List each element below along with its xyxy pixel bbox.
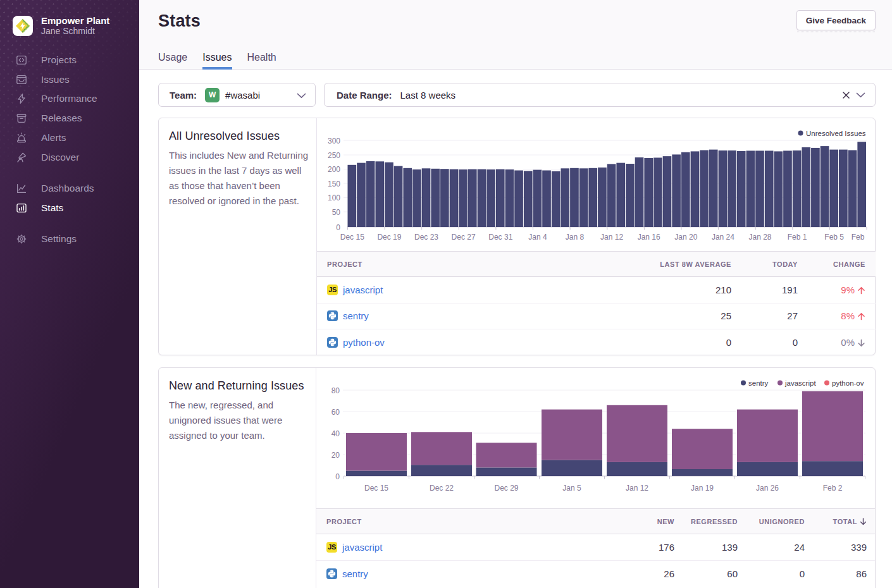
svg-text:Jan 20: Jan 20 — [674, 233, 697, 242]
svg-text:60: 60 — [331, 408, 340, 417]
svg-text:Dec 29: Dec 29 — [494, 484, 518, 493]
svg-text:Dec 31: Dec 31 — [488, 233, 512, 242]
svg-text:250: 250 — [328, 151, 340, 160]
svg-text:sentry: sentry — [748, 379, 769, 387]
svg-text:Feb 2: Feb 2 — [823, 484, 843, 493]
svg-text:150: 150 — [328, 180, 340, 188]
svg-text:python-ov: python-ov — [832, 379, 864, 387]
svg-text:Jan 4: Jan 4 — [528, 233, 547, 242]
svg-text:100: 100 — [328, 193, 340, 202]
svg-text:Jan 12: Jan 12 — [626, 484, 648, 493]
svg-text:Jan 24: Jan 24 — [712, 233, 734, 242]
svg-text:300: 300 — [328, 137, 340, 145]
svg-text:Jan 12: Jan 12 — [600, 233, 623, 242]
svg-text:0: 0 — [335, 472, 340, 481]
svg-text:Feb 5: Feb 5 — [824, 233, 844, 242]
svg-text:40: 40 — [331, 429, 340, 438]
svg-text:Dec 15: Dec 15 — [364, 484, 388, 493]
svg-text:0: 0 — [336, 223, 340, 232]
svg-text:Jan 5: Jan 5 — [562, 484, 581, 493]
svg-text:Dec 15: Dec 15 — [340, 233, 364, 242]
svg-text:Jan 28: Jan 28 — [748, 233, 771, 242]
svg-text:80: 80 — [331, 386, 340, 395]
svg-text:Feb: Feb — [852, 233, 865, 242]
svg-text:javascript: javascript — [784, 379, 816, 387]
svg-text:Dec 27: Dec 27 — [452, 233, 476, 242]
svg-text:Dec 22: Dec 22 — [430, 484, 454, 493]
svg-text:Feb 1: Feb 1 — [788, 233, 807, 242]
svg-text:Dec 23: Dec 23 — [414, 233, 438, 242]
svg-text:Unresolved Issues: Unresolved Issues — [806, 130, 866, 137]
svg-text:Jan 19: Jan 19 — [691, 484, 714, 493]
svg-text:Jan 26: Jan 26 — [756, 484, 779, 493]
svg-text:Jan 8: Jan 8 — [566, 233, 585, 242]
svg-text:Jan 16: Jan 16 — [638, 233, 660, 242]
svg-text:200: 200 — [328, 165, 340, 174]
svg-text:20: 20 — [331, 451, 340, 460]
svg-text:50: 50 — [332, 208, 341, 217]
svg-text:Dec 19: Dec 19 — [377, 233, 401, 242]
